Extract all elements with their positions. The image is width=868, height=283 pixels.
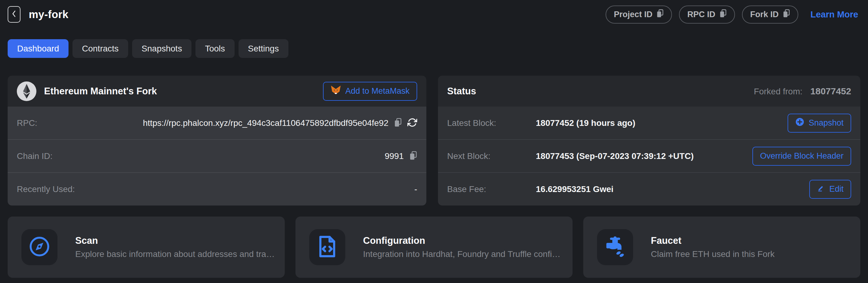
pencil-icon [817, 184, 825, 194]
chain-id-row-actions [409, 151, 417, 162]
tab-bar: Dashboard Contracts Snapshots Tools Sett… [8, 39, 868, 58]
tab-tools[interactable]: Tools [195, 39, 234, 58]
next-block-value: 18077453 (Sep-07-2023 07:39:12 +UTC) [536, 151, 694, 161]
tab-dashboard[interactable]: Dashboard [8, 39, 68, 58]
configuration-card-text: Configuration Integration into Hardhat, … [363, 235, 572, 259]
latest-block-label: Latest Block: [447, 118, 536, 128]
scan-card[interactable]: Scan Explore basic information about add… [8, 217, 285, 278]
next-block-row: Next Block: 18077453 (Sep-07-2023 07:39:… [438, 139, 860, 172]
fork-card-body: RPC: https://rpc.phalcon.xyz/rpc_494c3ca… [8, 107, 426, 205]
edit-button[interactable]: Edit [809, 180, 851, 199]
forked-from-value: 18077452 [810, 86, 851, 96]
faucet-icon [604, 235, 626, 259]
main-cards-row: Ethereum Mainnet's Fork Add [8, 76, 860, 205]
scan-card-text: Scan Explore basic information about add… [75, 235, 285, 259]
recently-used-row: Recently Used: - [8, 172, 426, 205]
code-file-icon [317, 235, 337, 259]
fork-dashboard-page: my-fork Project ID RPC ID Fork ID Learn … [0, 0, 868, 283]
recently-used-value: - [414, 185, 417, 194]
copy-icon[interactable] [394, 118, 402, 128]
recently-used-label: Recently Used: [17, 185, 75, 194]
override-button-label: Override Block Header [760, 151, 843, 161]
rpc-label: RPC: [17, 118, 37, 128]
status-card: Status Forked from: 18077452 Latest Bloc… [438, 76, 860, 205]
latest-block-value: 18077452 (19 hours ago) [536, 118, 635, 128]
back-button[interactable] [8, 6, 21, 23]
chain-id-label: Chain ID: [17, 151, 53, 161]
copy-icon [783, 9, 790, 20]
scan-icon-tile [22, 229, 58, 265]
next-block-label: Next Block: [447, 151, 536, 161]
feature-cards-row: Scan Explore basic information about add… [8, 217, 860, 278]
pill-label: RPC ID [687, 10, 715, 19]
page-title: my-fork [29, 8, 68, 21]
snapshot-button[interactable]: Snapshot [787, 114, 851, 133]
plus-circle-icon [795, 117, 804, 129]
faucet-card-text: Faucet Claim free ETH used in this Fork [651, 235, 784, 259]
faucet-description: Claim free ETH used in this Fork [651, 249, 775, 259]
scan-description: Explore basic information about addresse… [75, 249, 276, 259]
tab-snapshots[interactable]: Snapshots [132, 39, 191, 58]
configuration-title: Configuration [363, 235, 563, 246]
pill-label: Fork ID [750, 10, 779, 19]
pill-label: Project ID [614, 10, 652, 19]
fork-card-header: Ethereum Mainnet's Fork Add [8, 76, 426, 107]
add-to-metamask-label: Add to MetaMask [345, 86, 409, 96]
faucet-card[interactable]: Faucet Claim free ETH used in this Fork [583, 217, 860, 278]
chain-id-row: Chain ID: 9991 [8, 139, 426, 172]
status-card-header: Status Forked from: 18077452 [438, 76, 860, 107]
latest-block-row: Latest Block: 18077452 (19 hours ago) Sn… [438, 107, 860, 139]
edit-button-label: Edit [829, 185, 843, 194]
chain-id-value: 9991 [385, 151, 404, 161]
copy-icon[interactable] [409, 151, 417, 162]
tab-contracts[interactable]: Contracts [72, 39, 128, 58]
learn-more-link[interactable]: Learn More [810, 9, 858, 20]
base-fee-label: Base Fee: [447, 185, 536, 194]
refresh-icon[interactable] [407, 118, 417, 129]
forked-from: Forked from: 18077452 [754, 86, 851, 96]
project-id-button[interactable]: Project ID [606, 5, 672, 24]
copy-icon [656, 9, 664, 20]
faucet-icon-tile [597, 229, 633, 265]
base-fee-value: 16.629953251 Gwei [536, 185, 614, 194]
status-card-title: Status [447, 86, 476, 97]
tab-settings[interactable]: Settings [239, 39, 288, 58]
add-to-metamask-button[interactable]: Add to MetaMask [323, 82, 417, 101]
fork-card-title: Ethereum Mainnet's Fork [44, 86, 157, 97]
rpc-id-button[interactable]: RPC ID [679, 5, 735, 24]
fork-info-card: Ethereum Mainnet's Fork Add [8, 76, 426, 205]
configuration-icon-tile [309, 229, 345, 265]
configuration-description: Integration into Hardhat, Foundry and Tr… [363, 249, 563, 259]
faucet-title: Faucet [651, 235, 775, 246]
chevron-left-icon [11, 9, 17, 19]
copy-icon [719, 9, 727, 20]
scan-title: Scan [75, 235, 276, 246]
rpc-row-actions [394, 118, 417, 129]
rpc-row: RPC: https://rpc.phalcon.xyz/rpc_494c3ca… [8, 107, 426, 139]
metamask-fox-icon [331, 85, 341, 97]
status-card-body: Latest Block: 18077452 (19 hours ago) Sn… [438, 107, 860, 205]
snapshot-button-label: Snapshot [809, 118, 843, 128]
rpc-url-value: https://rpc.phalcon.xyz/rpc_494c3caf1106… [143, 118, 389, 128]
configuration-card[interactable]: Configuration Integration into Hardhat, … [296, 217, 572, 278]
page-header: my-fork Project ID RPC ID Fork ID Learn … [0, 0, 868, 29]
base-fee-row: Base Fee: 16.629953251 Gwei Edit [438, 172, 860, 205]
ethereum-icon [17, 82, 36, 101]
compass-icon [28, 235, 51, 259]
forked-from-label: Forked from: [754, 87, 803, 96]
override-block-header-button[interactable]: Override Block Header [752, 147, 851, 166]
fork-id-button[interactable]: Fork ID [742, 5, 798, 24]
